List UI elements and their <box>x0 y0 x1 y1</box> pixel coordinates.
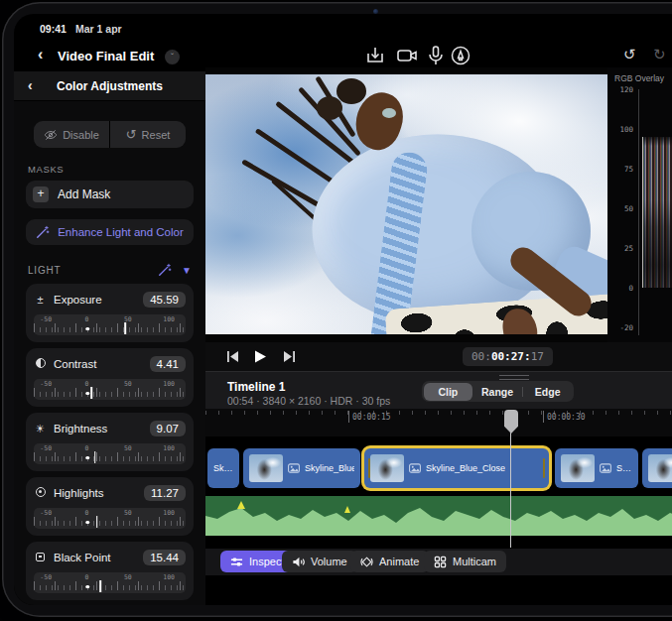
slider-value[interactable]: 9.07 <box>150 421 186 436</box>
ruler-label: 0 <box>85 315 89 323</box>
scope-tick: 120 <box>607 85 633 94</box>
video-frame <box>205 74 607 334</box>
redo-icon[interactable]: ↻ <box>653 46 666 63</box>
slider-label: Black Point <box>54 552 136 563</box>
ruler-label: 0 <box>85 380 89 388</box>
add-mask-button[interactable]: + Add Mask <box>26 181 194 208</box>
clip-partial-left[interactable]: Sk… <box>207 448 239 488</box>
project-title[interactable]: Video Final Edit <box>58 49 154 63</box>
slider-label: Contrast <box>54 358 143 370</box>
ruler-timestamp: 00:00:15 <box>352 413 391 422</box>
slider-ruler[interactable]: -50 0 50 100 <box>34 379 186 400</box>
ruler-label: -50 <box>40 380 52 388</box>
photo-icon <box>288 463 300 473</box>
panel-title: Color Adjustments <box>14 71 205 101</box>
clip-partial-s[interactable]: S… <box>555 448 638 488</box>
enhance-label: Enhance Light and Color <box>58 226 184 238</box>
clock: 09:41 <box>40 23 67 35</box>
timeline-drag-handle[interactable] <box>499 375 529 380</box>
trim-handle-right[interactable] <box>543 458 545 478</box>
light-label: LIGHT <box>28 265 158 276</box>
next-frame-icon[interactable] <box>281 349 297 364</box>
speaker-icon <box>292 556 305 568</box>
clip-skyline-blue-wide[interactable]: Skyline_Blue_Wide <box>243 448 360 488</box>
chevron-down-icon[interactable]: ˇ <box>165 50 180 64</box>
disable-reset-control: Disable ↺ Reset <box>34 121 186 148</box>
undo-icon[interactable]: ↺ <box>623 46 636 63</box>
multicam-label: Multicam <box>453 556 496 567</box>
ruler-timestamp: 00:00:30 <box>547 413 586 422</box>
audio-track[interactable] <box>205 496 672 536</box>
slider-value[interactable]: 11.27 <box>144 485 186 501</box>
masks-section-label: MASKS <box>28 164 192 175</box>
disable-label: Disable <box>63 129 99 141</box>
slider-label: Highlights <box>54 487 137 499</box>
pencil-draw-icon[interactable] <box>449 44 472 67</box>
clip-thumbnail <box>370 454 404 482</box>
magic-wand-icon <box>36 225 50 239</box>
slider-brightness: ☀ Brightness 9.07 -50 0 50 100 <box>26 413 194 471</box>
edit-mode-control: Clip Range Edge <box>422 381 574 402</box>
mode-edge[interactable]: Edge <box>523 383 573 401</box>
slider-cursor[interactable] <box>90 387 92 399</box>
panel-back-icon[interactable]: ‹ <box>28 77 33 93</box>
slider-cursor[interactable] <box>94 451 96 463</box>
auto-enhance-icon[interactable] <box>158 263 172 277</box>
reset-button[interactable]: ↺ Reset <box>110 121 186 148</box>
sun-icon: ☀ <box>34 423 47 435</box>
previous-frame-icon[interactable] <box>225 349 241 364</box>
import-icon[interactable] <box>363 44 387 67</box>
scope-title: RGB Overlay <box>614 73 664 83</box>
slider-ruler[interactable]: -50 0 50 100 <box>34 572 186 593</box>
slider-contrast: Contrast 4.41 -50 0 50 100 <box>26 348 194 407</box>
panel-header: ‹ Color Adjustments <box>14 71 205 101</box>
device-bezel: 09:41 Mar 1 apr ‹ Video Final Edit ˇ <box>2 2 672 617</box>
slider-ruler[interactable]: -50 0 50 100 <box>34 314 186 335</box>
collapse-chevron-icon[interactable]: ▼ <box>182 265 192 276</box>
slider-value[interactable]: 45.59 <box>143 292 186 308</box>
animate-label: Animate <box>379 556 419 567</box>
slider-value[interactable]: 15.44 <box>143 550 186 565</box>
animate-button[interactable]: Animate <box>350 551 429 572</box>
ruler-label: -50 <box>40 444 52 452</box>
timecode-hours: 00: <box>471 350 491 363</box>
disable-button[interactable]: Disable <box>34 121 110 148</box>
reset-label: Reset <box>142 129 171 141</box>
scope-tick: -20 <box>607 323 633 332</box>
plus-icon: + <box>33 186 49 202</box>
slider-cursor[interactable] <box>124 322 126 334</box>
enhance-button[interactable]: Enhance Light and Color <box>26 219 194 245</box>
transport-bar: 00:00:27:17 <box>205 342 672 371</box>
microphone-icon[interactable] <box>424 44 448 67</box>
clip-partial-right[interactable] <box>642 448 672 488</box>
scope-tick: 75 <box>607 165 633 174</box>
slider-ruler[interactable]: -50 0 50 100 <box>34 508 186 529</box>
highlights-icon <box>34 487 47 500</box>
sliders-icon <box>230 556 243 568</box>
slider-value[interactable]: 4.41 <box>150 356 186 372</box>
volume-button[interactable]: Volume <box>282 551 357 572</box>
clip-thumbnail <box>648 454 672 482</box>
ruler-label: 50 <box>124 444 132 452</box>
timecode-frames: 17 <box>531 350 544 363</box>
clip-skyline-blue-close[interactable]: Skyline_Blue_Close <box>364 448 549 488</box>
ruler-label: 100 <box>163 573 175 581</box>
back-icon[interactable]: ‹ <box>38 46 43 63</box>
slider-cursor[interactable] <box>96 516 98 528</box>
camera-icon[interactable] <box>395 44 419 67</box>
ruler-label: 0 <box>85 509 89 517</box>
ruler-label: -50 <box>40 315 52 323</box>
slider-cursor[interactable] <box>99 580 101 592</box>
mode-clip[interactable]: Clip <box>424 383 473 401</box>
volume-label: Volume <box>311 556 347 567</box>
slider-ruler[interactable]: -50 0 50 100 <box>34 443 186 464</box>
play-icon[interactable] <box>251 349 269 364</box>
mode-range[interactable]: Range <box>472 383 522 401</box>
ruler-label: 50 <box>124 573 132 581</box>
timecode-display[interactable]: 00:00:27:17 <box>463 347 553 366</box>
timeline-ruler[interactable]: 00:00:15 00:00:30 <box>205 409 672 436</box>
video-preview[interactable] <box>205 67 607 342</box>
multicam-button[interactable]: Multicam <box>424 551 506 572</box>
playhead-line <box>510 431 511 548</box>
plus-minus-icon: ± <box>34 294 47 307</box>
